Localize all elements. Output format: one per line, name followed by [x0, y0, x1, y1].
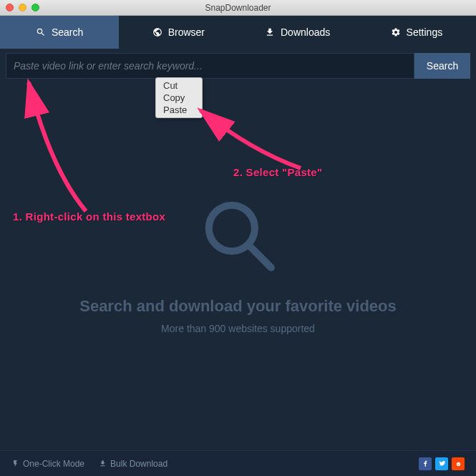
reddit-link[interactable]	[452, 457, 465, 470]
tab-label: Downloads	[281, 26, 330, 38]
maximize-window-icon[interactable]	[31, 4, 39, 11]
search-placeholder-icon	[199, 195, 278, 277]
close-window-icon[interactable]	[6, 4, 14, 11]
tab-label: Search	[52, 26, 83, 38]
tab-downloads[interactable]: Downloads	[238, 16, 357, 49]
social-links	[419, 457, 465, 470]
window-title: SnapDownloader	[205, 3, 271, 13]
search-input[interactable]	[6, 53, 414, 79]
top-nav: Search Browser Downloads Settings	[0, 16, 476, 49]
minimize-window-icon[interactable]	[19, 4, 26, 11]
menu-item-paste[interactable]: Paste	[156, 104, 202, 116]
tab-browser[interactable]: Browser	[119, 16, 238, 49]
bulk-download-button[interactable]: Bulk Download	[99, 459, 167, 469]
reddit-icon	[455, 460, 462, 467]
tab-search[interactable]: Search	[0, 16, 119, 49]
footer: One-Click Mode Bulk Download	[0, 450, 476, 476]
one-click-mode-button[interactable]: One-Click Mode	[11, 459, 84, 469]
footer-label: One-Click Mode	[23, 459, 84, 469]
svg-point-2	[456, 462, 460, 467]
tab-label: Settings	[407, 26, 443, 38]
svg-point-4	[459, 464, 460, 465]
search-icon	[36, 27, 46, 37]
download-icon	[265, 27, 275, 37]
main-area: Search and download your favorite videos…	[0, 79, 476, 450]
svg-point-3	[457, 464, 457, 465]
search-bar: Search	[6, 53, 470, 79]
globe-icon	[152, 27, 162, 37]
footer-label: Bulk Download	[110, 459, 167, 469]
facebook-icon	[422, 460, 429, 467]
main-heading: Search and download your favorite videos	[79, 297, 397, 316]
download-icon	[99, 460, 107, 467]
window-titlebar: SnapDownloader	[0, 0, 476, 16]
menu-item-cut[interactable]: Cut	[156, 79, 202, 92]
bolt-icon	[11, 460, 19, 467]
svg-line-1	[250, 246, 271, 268]
search-button[interactable]: Search	[414, 53, 470, 79]
menu-item-copy[interactable]: Copy	[156, 92, 202, 104]
traffic-lights	[0, 4, 39, 11]
tab-settings[interactable]: Settings	[357, 16, 476, 49]
twitter-icon	[438, 460, 446, 467]
twitter-link[interactable]	[435, 457, 448, 470]
context-menu: Cut Copy Paste	[155, 77, 203, 118]
facebook-link[interactable]	[419, 457, 432, 470]
gear-icon	[391, 27, 401, 37]
tab-label: Browser	[168, 26, 205, 38]
main-subheading: More than 900 websites supported	[161, 323, 315, 334]
